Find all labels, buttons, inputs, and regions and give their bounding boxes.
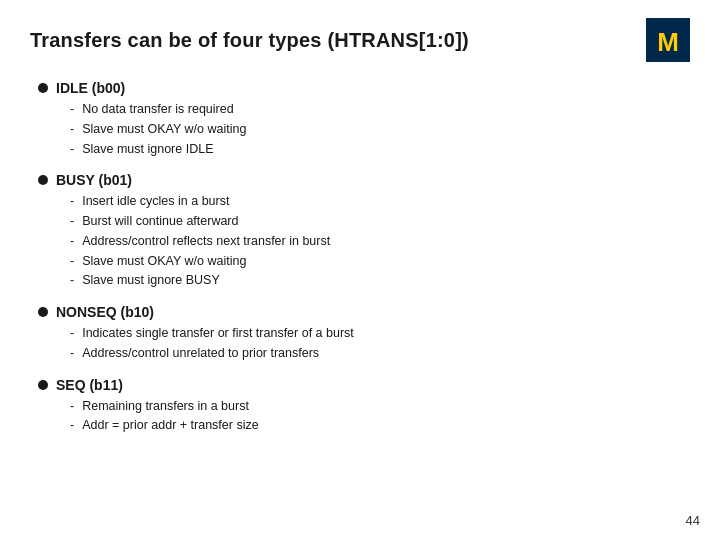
dash-icon: - [70,324,74,343]
university-logo: M [646,18,690,62]
section-seq: SEQ (b11)-Remaining transfers in a burst… [38,377,690,436]
bullet-icon-busy [38,175,48,185]
slide-container: Transfers can be of four types (HTRANS[1… [0,0,720,540]
dash-icon: - [70,416,74,435]
section-label-nonseq: NONSEQ (b10) [56,304,154,320]
section-label-idle: IDLE (b00) [56,80,125,96]
list-item: -Address/control reflects next transfer … [70,232,690,251]
dash-icon: - [70,120,74,139]
page-number: 44 [686,513,700,528]
dash-icon: - [70,252,74,271]
dash-icon: - [70,100,74,119]
dash-icon: - [70,232,74,251]
list-item: -Slave must ignore BUSY [70,271,690,290]
dash-icon: - [70,344,74,363]
list-item-text: Addr = prior addr + transfer size [82,416,258,435]
list-item: -Slave must ignore IDLE [70,140,690,159]
bullet-icon-seq [38,380,48,390]
list-item: -Slave must OKAY w/o waiting [70,120,690,139]
sub-list-seq: -Remaining transfers in a burst-Addr = p… [70,397,690,436]
list-item-text: Slave must OKAY w/o waiting [82,252,246,271]
list-item: -Address/control unrelated to prior tran… [70,344,690,363]
list-item: -Slave must OKAY w/o waiting [70,252,690,271]
section-idle: IDLE (b00)-No data transfer is required-… [38,80,690,158]
list-item: -No data transfer is required [70,100,690,119]
section-title-busy: BUSY (b01) [38,172,690,188]
svg-text:M: M [657,27,679,57]
section-title-idle: IDLE (b00) [38,80,690,96]
dash-icon: - [70,397,74,416]
list-item-text: Address/control unrelated to prior trans… [82,344,319,363]
list-item-text: Burst will continue afterward [82,212,238,231]
dash-icon: - [70,212,74,231]
section-title-nonseq: NONSEQ (b10) [38,304,690,320]
bullet-icon-idle [38,83,48,93]
list-item-text: Remaining transfers in a burst [82,397,249,416]
slide-title: Transfers can be of four types (HTRANS[1… [30,29,469,52]
list-item: -Burst will continue afterward [70,212,690,231]
slide-header: Transfers can be of four types (HTRANS[1… [30,18,690,62]
list-item: -Remaining transfers in a burst [70,397,690,416]
dash-icon: - [70,271,74,290]
dash-icon: - [70,192,74,211]
list-item-text: Address/control reflects next transfer i… [82,232,330,251]
list-item-text: No data transfer is required [82,100,233,119]
sections-list: IDLE (b00)-No data transfer is required-… [38,80,690,435]
bullet-icon-nonseq [38,307,48,317]
list-item: -Addr = prior addr + transfer size [70,416,690,435]
section-nonseq: NONSEQ (b10)-Indicates single transfer o… [38,304,690,363]
dash-icon: - [70,140,74,159]
sub-list-idle: -No data transfer is required-Slave must… [70,100,690,158]
section-title-seq: SEQ (b11) [38,377,690,393]
list-item-text: Insert idle cycles in a burst [82,192,229,211]
section-label-seq: SEQ (b11) [56,377,123,393]
list-item-text: Slave must ignore IDLE [82,140,213,159]
sub-list-nonseq: -Indicates single transfer or first tran… [70,324,690,363]
section-label-busy: BUSY (b01) [56,172,132,188]
sub-list-busy: -Insert idle cycles in a burst-Burst wil… [70,192,690,290]
list-item: -Indicates single transfer or first tran… [70,324,690,343]
slide-content: IDLE (b00)-No data transfer is required-… [30,80,690,435]
section-busy: BUSY (b01)-Insert idle cycles in a burst… [38,172,690,290]
list-item-text: Slave must ignore BUSY [82,271,220,290]
list-item: -Insert idle cycles in a burst [70,192,690,211]
list-item-text: Indicates single transfer or first trans… [82,324,354,343]
list-item-text: Slave must OKAY w/o waiting [82,120,246,139]
